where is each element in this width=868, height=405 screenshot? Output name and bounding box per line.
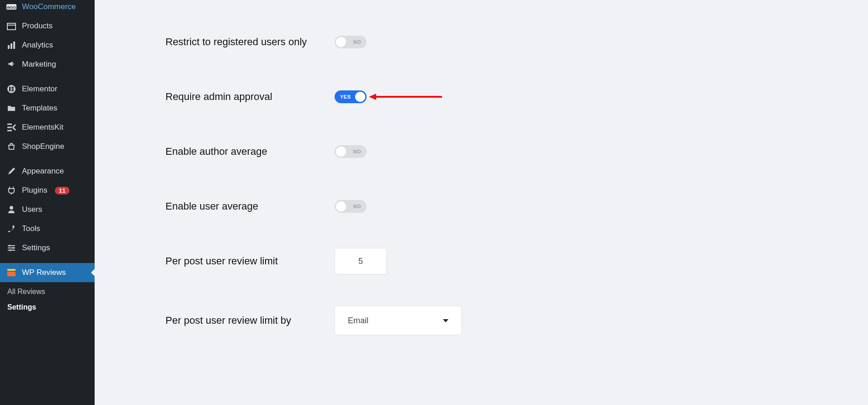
svg-text:WOO: WOO (7, 5, 16, 10)
sidebar-item-plugins[interactable]: Plugins 11 (0, 181, 95, 200)
sidebar-item-templates[interactable]: Templates (0, 99, 95, 118)
sidebar-item-products[interactable]: Products (0, 16, 95, 36)
svg-marker-18 (369, 94, 376, 100)
elementor-icon (6, 84, 16, 94)
sidebar-item-label: Plugins (22, 186, 48, 195)
elementskit-icon (6, 122, 16, 132)
wp-reviews-submenu: All Reviews Settings (0, 282, 95, 317)
setting-require-approval: Require admin approval YES (113, 69, 850, 124)
chevron-down-icon (443, 319, 448, 322)
sidebar-item-elementskit[interactable]: ElementsKit (0, 118, 95, 137)
sidebar-item-elementor[interactable]: Elementor (0, 79, 95, 99)
sidebar-item-label: Settings (22, 243, 50, 252)
setting-label: Enable user average (165, 200, 335, 212)
svg-rect-9 (11, 89, 14, 90)
svg-point-13 (12, 247, 14, 249)
setting-review-limit: Per post user review limit (113, 234, 850, 289)
sidebar-item-label: Analytics (22, 41, 53, 50)
setting-restrict-registered: Restrict to registered users only NO (113, 15, 850, 69)
submenu-settings[interactable]: Settings (0, 300, 95, 315)
submenu-all-reviews[interactable]: All Reviews (0, 284, 95, 300)
sliders-icon (6, 243, 16, 253)
svg-rect-16 (7, 272, 16, 276)
sidebar-item-label: Marketing (22, 60, 56, 69)
setting-label: Per post user review limit by (165, 315, 335, 326)
setting-review-limit-by: Per post user review limit by Email (113, 289, 850, 352)
main-content: Restrict to registered users only NO Req… (95, 0, 868, 405)
sidebar-item-woocommerce[interactable]: WOO WooCommerce (0, 0, 95, 16)
sidebar-item-label: Appearance (22, 167, 64, 176)
sidebar-item-label: Products (22, 21, 53, 31)
sidebar-item-label: WP Reviews (22, 268, 66, 277)
toggle-user-average[interactable]: NO (335, 200, 367, 213)
toggle-require-approval[interactable]: YES (335, 90, 367, 103)
svg-rect-5 (13, 42, 15, 49)
svg-point-12 (9, 245, 11, 247)
brush-icon (6, 166, 16, 176)
plugins-badge: 11 (55, 187, 69, 195)
toggle-text: NO (353, 204, 362, 209)
sidebar-item-label: Templates (22, 104, 57, 113)
review-limit-by-select[interactable]: Email (335, 306, 462, 335)
setting-label: Require admin approval (165, 91, 335, 103)
svg-rect-10 (11, 90, 14, 92)
svg-point-11 (10, 206, 13, 210)
reviews-icon (6, 268, 16, 278)
sidebar-item-appearance[interactable]: Appearance (0, 162, 95, 181)
woo-icon: WOO (6, 2, 16, 12)
sidebar-item-label: ElementsKit (22, 123, 64, 132)
setting-user-average: Enable user average NO (113, 179, 850, 234)
sidebar-item-marketing[interactable]: Marketing (0, 55, 95, 74)
toggle-text: NO (353, 39, 362, 45)
setting-label: Enable author average (165, 146, 335, 158)
sidebar-item-label: WooCommerce (22, 2, 76, 11)
toggle-text: YES (340, 94, 351, 100)
svg-rect-7 (9, 87, 11, 91)
chart-icon (6, 40, 16, 50)
setting-author-average: Enable author average NO (113, 124, 850, 179)
svg-rect-3 (8, 45, 10, 49)
svg-rect-2 (7, 23, 16, 30)
select-value: Email (348, 316, 368, 326)
sidebar-item-label: Tools (22, 224, 40, 233)
sidebar-item-label: Elementor (22, 84, 57, 94)
sidebar-item-analytics[interactable]: Analytics (0, 36, 95, 55)
setting-label: Per post user review limit (165, 255, 335, 267)
svg-rect-4 (11, 43, 12, 49)
review-limit-input[interactable] (335, 248, 387, 274)
svg-rect-8 (11, 87, 14, 88)
box-icon (6, 21, 16, 31)
active-marker-icon (91, 268, 95, 277)
folder-icon (6, 103, 16, 113)
megaphone-icon (6, 59, 16, 69)
wrench-icon (6, 224, 16, 234)
svg-point-14 (10, 249, 11, 251)
plug-icon (6, 185, 16, 195)
svg-rect-15 (7, 269, 16, 271)
shopengine-icon (6, 142, 16, 152)
admin-sidebar: WOO WooCommerce Products Analytics Marke… (0, 0, 95, 405)
sidebar-item-label: ShopEngine (22, 142, 64, 151)
sidebar-item-users[interactable]: Users (0, 200, 95, 219)
user-icon (6, 205, 16, 215)
annotation-arrow (369, 92, 442, 101)
sidebar-item-settings[interactable]: Settings (0, 238, 95, 258)
sidebar-item-tools[interactable]: Tools (0, 219, 95, 238)
sidebar-item-wp-reviews[interactable]: WP Reviews (0, 263, 95, 282)
setting-label: Restrict to registered users only (165, 36, 335, 48)
toggle-author-average[interactable]: NO (335, 145, 367, 158)
toggle-text: NO (353, 149, 362, 154)
sidebar-item-shopengine[interactable]: ShopEngine (0, 137, 95, 156)
toggle-restrict-registered[interactable]: NO (335, 36, 367, 48)
sidebar-item-label: Users (22, 205, 42, 214)
